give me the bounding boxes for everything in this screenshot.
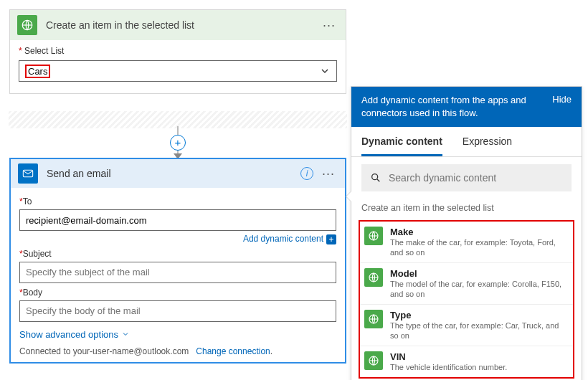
panel-section-title: Create an item in the selected list bbox=[351, 199, 582, 220]
chevron-down-icon bbox=[121, 330, 130, 338]
create-item-card-title: Create an item in the selected list bbox=[46, 19, 320, 31]
dynamic-item-name: Model bbox=[390, 268, 569, 279]
dynamic-items-list: MakeThe make of the car, for example: To… bbox=[359, 220, 574, 379]
tab-dynamic-content[interactable]: Dynamic content bbox=[361, 127, 442, 156]
globe-grid-icon bbox=[364, 227, 383, 245]
plus-icon: + bbox=[326, 234, 336, 244]
select-list-value: Cars bbox=[25, 65, 319, 78]
dynamic-item-make[interactable]: MakeThe make of the car, for example: To… bbox=[360, 222, 573, 263]
info-icon[interactable]: i bbox=[300, 167, 313, 180]
send-email-card: Send an email i ··· *To Add dynamic cont… bbox=[9, 158, 346, 364]
globe-grid-icon bbox=[364, 351, 383, 370]
to-input[interactable] bbox=[19, 209, 336, 231]
send-email-card-title: Send an email bbox=[47, 168, 300, 179]
panel-tabs: Dynamic content Expression bbox=[351, 127, 582, 157]
globe-grid-icon bbox=[17, 15, 37, 35]
svg-rect-2 bbox=[23, 170, 32, 176]
change-connection-link[interactable]: Change connection bbox=[196, 346, 270, 356]
svg-point-3 bbox=[372, 174, 378, 180]
hide-panel-link[interactable]: Hide bbox=[552, 94, 572, 105]
send-email-card-body: *To Add dynamic content+ *Subject *Body … bbox=[11, 188, 345, 362]
dynamic-item-vin[interactable]: VINThe vehicle identification number. bbox=[360, 346, 573, 377]
globe-grid-icon bbox=[364, 310, 383, 328]
globe-grid-icon bbox=[364, 268, 383, 287]
subject-label: *Subject bbox=[19, 249, 336, 259]
dynamic-item-desc: The vehicle identification number. bbox=[390, 362, 507, 372]
create-item-card-header[interactable]: Create an item in the selected list ··· bbox=[10, 10, 346, 40]
send-email-card-header[interactable]: Send an email i ··· bbox=[11, 159, 345, 188]
connection-info: Connected to your-user-name@outlook.com … bbox=[19, 346, 336, 356]
tab-expression[interactable]: Expression bbox=[463, 127, 512, 156]
dynamic-item-model[interactable]: ModelThe model of the car, for example: … bbox=[360, 263, 573, 305]
panel-header-text: Add dynamic content from the apps and co… bbox=[361, 94, 552, 120]
add-step-button[interactable]: + bbox=[170, 135, 186, 151]
dynamic-item-name: Type bbox=[390, 310, 569, 320]
dynamic-content-panel: Add dynamic content from the apps and co… bbox=[351, 86, 582, 380]
subject-input[interactable] bbox=[19, 262, 336, 283]
dynamic-item-name: VIN bbox=[390, 351, 507, 362]
add-dynamic-content-link[interactable]: Add dynamic content+ bbox=[19, 234, 336, 244]
panel-header: Add dynamic content from the apps and co… bbox=[351, 87, 582, 127]
dynamic-item-name: Make bbox=[390, 227, 569, 237]
select-list-dropdown[interactable]: Cars bbox=[19, 60, 337, 82]
body-input[interactable] bbox=[19, 300, 336, 322]
dynamic-item-type[interactable]: TypeThe type of the car, for example: Ca… bbox=[360, 305, 573, 346]
select-list-label: * Select List bbox=[19, 46, 337, 56]
search-box[interactable] bbox=[361, 164, 572, 191]
svg-line-4 bbox=[377, 179, 379, 181]
body-label: *Body bbox=[19, 288, 336, 298]
show-advanced-options-link[interactable]: Show advanced options bbox=[19, 329, 130, 340]
create-item-card-body: * Select List Cars bbox=[10, 40, 346, 93]
dynamic-item-desc: The type of the car, for example: Car, T… bbox=[390, 320, 569, 341]
chevron-down-icon bbox=[319, 65, 331, 77]
card-menu-button[interactable]: ··· bbox=[319, 166, 338, 181]
search-icon bbox=[370, 172, 381, 184]
card-menu-button[interactable]: ··· bbox=[320, 18, 338, 33]
outlook-icon bbox=[18, 163, 38, 184]
search-input[interactable] bbox=[389, 172, 563, 184]
dynamic-item-desc: The make of the car, for example: Toyota… bbox=[390, 237, 569, 257]
create-item-card: Create an item in the selected list ··· … bbox=[9, 9, 346, 94]
dynamic-item-desc: The model of the car, for example: Corol… bbox=[390, 279, 569, 299]
to-label: *To bbox=[19, 196, 336, 206]
